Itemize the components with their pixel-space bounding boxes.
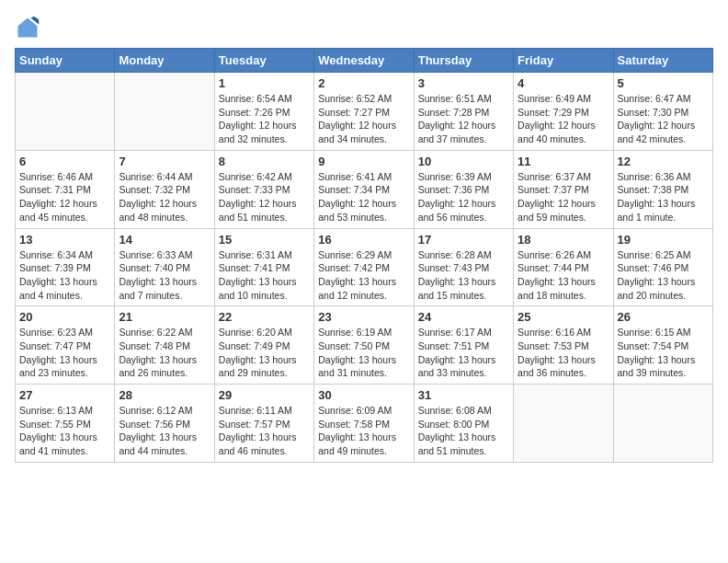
calendar-cell: 11Sunrise: 6:37 AM Sunset: 7:37 PM Dayli… <box>514 150 613 228</box>
day-info: Sunrise: 6:13 AM Sunset: 7:55 PM Dayligh… <box>19 404 110 458</box>
calendar-cell: 5Sunrise: 6:47 AM Sunset: 7:30 PM Daylig… <box>613 73 712 151</box>
day-number: 9 <box>318 155 409 168</box>
calendar-cell: 1Sunrise: 6:54 AM Sunset: 7:26 PM Daylig… <box>214 73 313 151</box>
weekday-header-friday: Friday <box>514 49 613 73</box>
day-number: 21 <box>119 310 210 324</box>
day-number: 28 <box>119 388 210 402</box>
day-number: 11 <box>518 155 609 168</box>
day-info: Sunrise: 6:54 AM Sunset: 7:26 PM Dayligh… <box>219 92 310 146</box>
calendar-cell: 25Sunrise: 6:16 AM Sunset: 7:53 PM Dayli… <box>514 306 613 385</box>
calendar-cell: 7Sunrise: 6:44 AM Sunset: 7:32 PM Daylig… <box>115 150 214 228</box>
day-info: Sunrise: 6:36 AM Sunset: 7:38 PM Dayligh… <box>618 170 709 224</box>
weekday-header-tuesday: Tuesday <box>214 49 313 73</box>
calendar-table: SundayMondayTuesdayWednesdayThursdayFrid… <box>15 48 713 463</box>
day-info: Sunrise: 6:44 AM Sunset: 7:32 PM Dayligh… <box>119 170 210 224</box>
day-number: 31 <box>418 388 509 402</box>
day-info: Sunrise: 6:20 AM Sunset: 7:49 PM Dayligh… <box>219 326 310 380</box>
calendar-cell: 12Sunrise: 6:36 AM Sunset: 7:38 PM Dayli… <box>613 150 712 228</box>
day-number: 15 <box>219 233 310 247</box>
calendar-cell: 8Sunrise: 6:42 AM Sunset: 7:33 PM Daylig… <box>214 150 313 228</box>
calendar-cell: 22Sunrise: 6:20 AM Sunset: 7:49 PM Dayli… <box>214 306 313 385</box>
calendar-week-row: 1Sunrise: 6:54 AM Sunset: 7:26 PM Daylig… <box>16 73 713 151</box>
svg-marker-0 <box>18 18 38 38</box>
calendar-cell: 30Sunrise: 6:09 AM Sunset: 7:58 PM Dayli… <box>314 385 414 463</box>
day-number: 12 <box>618 155 709 168</box>
calendar-cell: 31Sunrise: 6:08 AM Sunset: 8:00 PM Dayli… <box>414 385 513 463</box>
calendar-cell: 28Sunrise: 6:12 AM Sunset: 7:56 PM Dayli… <box>115 385 214 463</box>
day-info: Sunrise: 6:17 AM Sunset: 7:51 PM Dayligh… <box>418 326 509 380</box>
calendar-cell: 27Sunrise: 6:13 AM Sunset: 7:55 PM Dayli… <box>16 385 115 463</box>
calendar-cell: 23Sunrise: 6:19 AM Sunset: 7:50 PM Dayli… <box>314 306 414 385</box>
calendar-cell <box>514 385 613 463</box>
day-number: 29 <box>219 388 310 402</box>
day-number: 2 <box>318 76 409 90</box>
day-number: 6 <box>19 155 110 168</box>
day-info: Sunrise: 6:33 AM Sunset: 7:40 PM Dayligh… <box>119 248 210 303</box>
day-number: 3 <box>418 76 509 90</box>
day-number: 1 <box>219 76 310 90</box>
day-info: Sunrise: 6:49 AM Sunset: 7:29 PM Dayligh… <box>518 92 609 146</box>
day-number: 20 <box>19 310 110 324</box>
calendar-cell: 16Sunrise: 6:29 AM Sunset: 7:42 PM Dayli… <box>314 228 414 306</box>
calendar-cell: 21Sunrise: 6:22 AM Sunset: 7:48 PM Dayli… <box>115 306 214 385</box>
calendar-cell: 10Sunrise: 6:39 AM Sunset: 7:36 PM Dayli… <box>414 150 513 228</box>
day-info: Sunrise: 6:31 AM Sunset: 7:41 PM Dayligh… <box>219 248 310 303</box>
weekday-header-row: SundayMondayTuesdayWednesdayThursdayFrid… <box>16 49 713 73</box>
calendar-cell <box>613 385 712 463</box>
calendar-cell: 19Sunrise: 6:25 AM Sunset: 7:46 PM Dayli… <box>613 228 712 306</box>
day-info: Sunrise: 6:37 AM Sunset: 7:37 PM Dayligh… <box>518 170 609 224</box>
day-number: 30 <box>318 388 409 402</box>
day-info: Sunrise: 6:11 AM Sunset: 7:57 PM Dayligh… <box>219 404 310 458</box>
calendar-cell: 13Sunrise: 6:34 AM Sunset: 7:39 PM Dayli… <box>16 228 115 306</box>
day-number: 22 <box>219 310 310 324</box>
day-info: Sunrise: 6:51 AM Sunset: 7:28 PM Dayligh… <box>418 92 509 146</box>
day-number: 23 <box>318 310 409 324</box>
calendar-cell: 29Sunrise: 6:11 AM Sunset: 7:57 PM Dayli… <box>214 385 313 463</box>
day-info: Sunrise: 6:09 AM Sunset: 7:58 PM Dayligh… <box>318 404 409 458</box>
day-number: 24 <box>418 310 509 324</box>
calendar-cell: 17Sunrise: 6:28 AM Sunset: 7:43 PM Dayli… <box>414 228 513 306</box>
calendar-week-row: 6Sunrise: 6:46 AM Sunset: 7:31 PM Daylig… <box>16 150 713 228</box>
weekday-header-monday: Monday <box>115 49 214 73</box>
weekday-header-thursday: Thursday <box>414 49 513 73</box>
day-number: 16 <box>318 233 409 247</box>
calendar-week-row: 13Sunrise: 6:34 AM Sunset: 7:39 PM Dayli… <box>16 228 713 306</box>
weekday-header-saturday: Saturday <box>613 49 712 73</box>
calendar-cell: 9Sunrise: 6:41 AM Sunset: 7:34 PM Daylig… <box>314 150 414 228</box>
day-info: Sunrise: 6:16 AM Sunset: 7:53 PM Dayligh… <box>518 326 609 380</box>
day-number: 19 <box>618 233 709 247</box>
day-info: Sunrise: 6:22 AM Sunset: 7:48 PM Dayligh… <box>119 326 210 380</box>
day-number: 26 <box>618 310 709 324</box>
calendar-cell: 24Sunrise: 6:17 AM Sunset: 7:51 PM Dayli… <box>414 306 513 385</box>
calendar-cell: 2Sunrise: 6:52 AM Sunset: 7:27 PM Daylig… <box>314 73 414 151</box>
day-info: Sunrise: 6:28 AM Sunset: 7:43 PM Dayligh… <box>418 248 509 303</box>
day-number: 4 <box>518 76 609 90</box>
day-number: 13 <box>19 233 110 247</box>
calendar-week-row: 20Sunrise: 6:23 AM Sunset: 7:47 PM Dayli… <box>16 306 713 385</box>
day-number: 5 <box>618 76 709 90</box>
day-number: 7 <box>119 155 210 168</box>
calendar-cell: 15Sunrise: 6:31 AM Sunset: 7:41 PM Dayli… <box>214 228 313 306</box>
day-number: 27 <box>19 388 110 402</box>
day-number: 18 <box>518 233 609 247</box>
day-info: Sunrise: 6:52 AM Sunset: 7:27 PM Dayligh… <box>318 92 409 146</box>
calendar-cell: 26Sunrise: 6:15 AM Sunset: 7:54 PM Dayli… <box>613 306 712 385</box>
calendar-cell: 4Sunrise: 6:49 AM Sunset: 7:29 PM Daylig… <box>514 73 613 151</box>
calendar-week-row: 27Sunrise: 6:13 AM Sunset: 7:55 PM Dayli… <box>16 385 713 463</box>
day-info: Sunrise: 6:08 AM Sunset: 8:00 PM Dayligh… <box>418 404 509 458</box>
day-info: Sunrise: 6:42 AM Sunset: 7:33 PM Dayligh… <box>219 170 310 224</box>
day-info: Sunrise: 6:47 AM Sunset: 7:30 PM Dayligh… <box>618 92 709 146</box>
day-info: Sunrise: 6:19 AM Sunset: 7:50 PM Dayligh… <box>318 326 409 380</box>
calendar-cell <box>16 73 115 151</box>
day-info: Sunrise: 6:39 AM Sunset: 7:36 PM Dayligh… <box>418 170 509 224</box>
day-number: 8 <box>219 155 310 168</box>
day-number: 17 <box>418 233 509 247</box>
weekday-header-sunday: Sunday <box>16 49 115 73</box>
day-number: 14 <box>119 233 210 247</box>
day-number: 25 <box>518 310 609 324</box>
calendar-cell: 6Sunrise: 6:46 AM Sunset: 7:31 PM Daylig… <box>16 150 115 228</box>
logo-icon <box>15 15 40 40</box>
day-info: Sunrise: 6:12 AM Sunset: 7:56 PM Dayligh… <box>119 404 210 458</box>
day-number: 10 <box>418 155 509 168</box>
logo <box>15 15 44 40</box>
